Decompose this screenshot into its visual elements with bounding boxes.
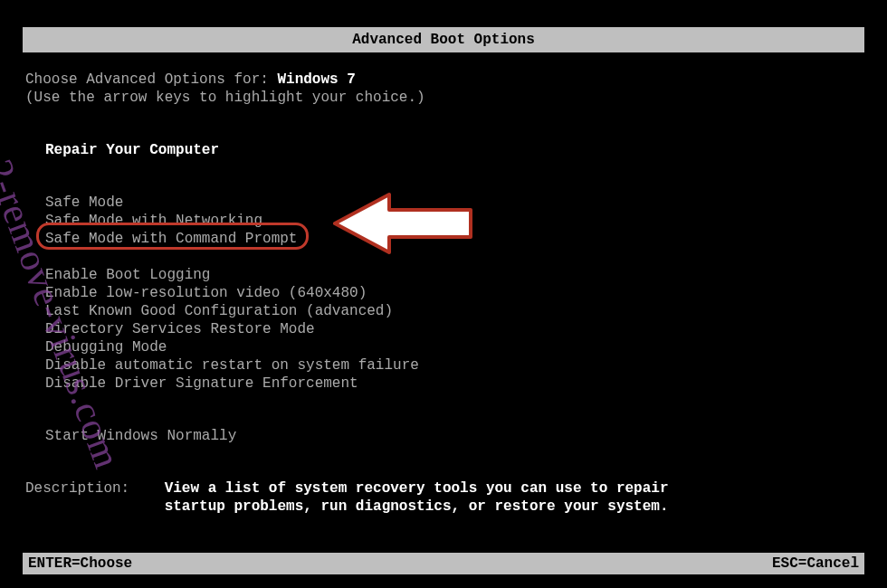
choose-prefix: Choose Advanced Options for: xyxy=(25,71,277,88)
arrow-hint: (Use the arrow keys to highlight your ch… xyxy=(25,89,862,107)
title-bar: Advanced Boot Options xyxy=(23,27,864,52)
description-text2: startup problems, run diagnostics, or re… xyxy=(165,498,669,515)
status-enter: ENTER=Choose xyxy=(28,553,132,574)
option-low-res[interactable]: Enable low-resolution video (640x480) xyxy=(45,284,862,302)
option-dsrm[interactable]: Directory Services Restore Mode xyxy=(45,320,862,338)
option-debug[interactable]: Debugging Mode xyxy=(45,338,862,356)
option-last-known-good[interactable]: Last Known Good Configuration (advanced) xyxy=(45,302,862,320)
option-no-auto-restart[interactable]: Disable automatic restart on system fail… xyxy=(45,356,862,375)
os-name: Windows 7 xyxy=(277,71,355,88)
option-start-normally[interactable]: Start Windows Normally xyxy=(45,427,862,445)
option-no-driver-sig[interactable]: Disable Driver Signature Enforcement xyxy=(45,375,862,393)
choose-line: Choose Advanced Options for: Windows 7 xyxy=(25,71,862,89)
status-esc: ESC=Cancel xyxy=(772,553,859,574)
description-label: Description: xyxy=(25,480,129,497)
description-line2: startup problems, run diagnostics, or re… xyxy=(25,498,862,516)
option-boot-logging[interactable]: Enable Boot Logging xyxy=(45,266,862,284)
arrow-left-icon xyxy=(326,187,480,260)
description-line1: Description: View a list of system recov… xyxy=(25,479,862,498)
highlight-box xyxy=(36,223,309,250)
option-repair[interactable]: Repair Your Computer xyxy=(45,141,862,159)
svg-marker-0 xyxy=(335,194,471,252)
status-bar: ENTER=Choose ESC=Cancel xyxy=(23,553,864,574)
description-text1: View a list of system recovery tools you… xyxy=(165,480,669,497)
